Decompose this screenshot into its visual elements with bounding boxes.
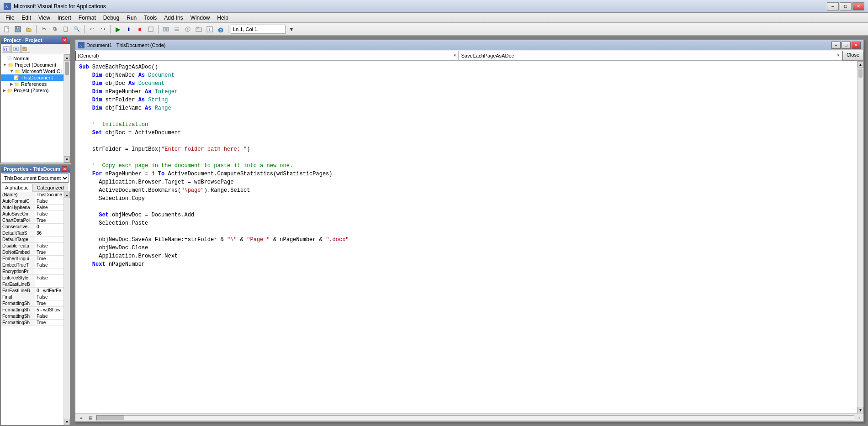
editor-minimize-button[interactable]: – — [831, 42, 841, 49]
toolbox-button[interactable] — [194, 24, 204, 34]
editor-nav-bar: (General) ▼ SaveEachPageAsADoc ▼ Close — [75, 50, 863, 61]
editor-scroll-up[interactable]: ▲ — [857, 61, 863, 68]
editor-container: A Document1 - ThisDocument (Code) – □ ✕ … — [74, 39, 864, 422]
tree-toggle-word-obj[interactable]: ▼ — [10, 69, 14, 74]
paste-button[interactable]: 📋 — [61, 24, 71, 34]
cursor-position-dropdown[interactable]: ▼ — [286, 24, 296, 34]
tree-toggle-project-zotero[interactable]: ▶ — [3, 88, 6, 93]
project-zotero-icon: 📁 — [7, 88, 12, 93]
menu-edit[interactable]: Edit — [18, 14, 35, 22]
project-panel-close[interactable]: ✕ — [62, 37, 67, 43]
copy-button[interactable]: ⧉ — [50, 24, 60, 34]
editor-bottom-bar: ≡ ▤ ⊿ — [75, 413, 863, 421]
module-view-button[interactable]: ▤ — [86, 415, 95, 421]
svg-rect-7 — [163, 27, 165, 31]
tree-toggle-project-document[interactable]: ▼ — [3, 63, 7, 67]
minimize-button[interactable]: – — [827, 2, 839, 11]
new-button[interactable] — [2, 24, 12, 34]
menu-view[interactable]: View — [35, 14, 54, 22]
tab-categorized[interactable]: Categorized — [32, 184, 68, 191]
editor-hscrollbar[interactable] — [96, 415, 854, 421]
run-button[interactable]: ▶ — [113, 24, 123, 34]
properties-button[interactable] — [172, 24, 182, 34]
word-obj-icon: 📁 — [15, 69, 20, 74]
props-row-autoformatc: AutoFormatC False — [1, 198, 64, 205]
tree-node-this-document[interactable]: 📝 ThisDocument — [1, 74, 64, 81]
project-toggle-folders[interactable] — [21, 45, 30, 53]
stop-button[interactable]: ■ — [135, 24, 145, 34]
maximize-button[interactable]: □ — [840, 2, 852, 11]
tree-toggle-references[interactable]: ▶ — [10, 82, 13, 86]
procedure-combo[interactable]: SaveEachPageAsADoc ▼ — [459, 51, 842, 61]
editor-scrollbar[interactable]: ▲ ▼ — [857, 61, 863, 413]
toolbar-sep-1 — [36, 25, 37, 33]
svg-rect-8 — [166, 27, 169, 31]
tab-alphabetic[interactable]: Alphabetic — [1, 184, 32, 192]
save-button[interactable] — [13, 24, 23, 34]
tree-node-project-document[interactable]: ▼ 📁 Project (Document — [1, 62, 64, 68]
break-button[interactable]: ⏸ — [124, 24, 134, 34]
props-scrollbar[interactable]: ▲ ▼ — [64, 192, 70, 425]
project-view-code[interactable]: { } — [2, 45, 11, 53]
editor-close-button[interactable]: ✕ — [852, 42, 861, 49]
menu-tools[interactable]: Tools — [140, 14, 160, 22]
props-row-fareastlineb1: FarEastLineB — [1, 281, 64, 288]
find-button[interactable]: 🔍 — [72, 24, 82, 34]
svg-text:A: A — [5, 5, 8, 9]
editor-scroll-down[interactable]: ▼ — [857, 407, 863, 413]
tree-node-word-obj[interactable]: ▼ 📁 Microsoft Word Ol — [1, 68, 64, 74]
scroll-thumb[interactable] — [65, 62, 69, 75]
props-row-fareastlineb2: FarEastLineB 0 - wdFarEa — [1, 288, 64, 294]
properties-object-select[interactable]: ThisDocument Document — [2, 174, 69, 183]
open-button[interactable] — [24, 24, 34, 34]
cut-button[interactable]: ✂ — [39, 24, 49, 34]
insert-userform-button[interactable]: ↓ — [205, 24, 215, 34]
object-combo[interactable]: (General) ▼ — [75, 51, 459, 61]
editor-scroll-thumb[interactable] — [858, 68, 863, 78]
editor-hscroll-thumb[interactable] — [97, 415, 124, 420]
props-row-formattingsh4: FormattingSh True — [1, 320, 64, 326]
object-browser-button[interactable]: ? — [183, 24, 193, 34]
undo-button[interactable]: ↩ — [87, 24, 97, 34]
tree-node-references[interactable]: ▶ 📁 References — [1, 81, 64, 87]
props-row-embedlingui: EmbedLingui True — [1, 256, 64, 262]
menu-help[interactable]: Help — [213, 14, 232, 22]
editor-titlebar: A Document1 - ThisDocument (Code) – □ ✕ — [75, 40, 863, 50]
project-view-object[interactable] — [11, 45, 21, 53]
props-row-donotembed: DoNotEmbed True — [1, 249, 64, 256]
word-help-button[interactable]: ? — [216, 24, 226, 34]
menu-run[interactable]: Run — [123, 14, 140, 22]
props-scroll-down[interactable]: ▼ — [64, 419, 70, 425]
title-bar: A Microsoft Visual Basic for Application… — [0, 0, 868, 13]
normal-view-button[interactable]: ≡ — [77, 415, 85, 421]
scroll-up-arrow[interactable]: ▲ — [64, 54, 70, 61]
menu-file[interactable]: File — [2, 14, 18, 22]
close-button[interactable]: ✕ — [852, 2, 864, 11]
design-mode-button[interactable]: T — [146, 24, 156, 34]
project-explorer-button[interactable] — [161, 24, 171, 34]
project-panel-title: Project - Project — [4, 37, 42, 43]
code-editor[interactable]: Sub SaveEachPageAsADoc() Dim objNewDoc A… — [75, 61, 857, 413]
scroll-down-arrow[interactable]: ▼ — [64, 156, 70, 163]
menu-addins[interactable]: Add-Ins — [160, 14, 186, 22]
redo-button[interactable]: ↪ — [98, 24, 108, 34]
editor-close-nav-button[interactable]: Close — [842, 51, 863, 61]
menu-window[interactable]: Window — [187, 14, 214, 22]
menu-format[interactable]: Format — [75, 14, 100, 22]
menu-debug[interactable]: Debug — [100, 14, 123, 22]
tree-node-normal[interactable]: 📄 Normal — [1, 55, 64, 62]
code-area: Sub SaveEachPageAsADoc() Dim objNewDoc A… — [75, 61, 863, 413]
project-scrollbar[interactable]: ▲ ▼ — [64, 54, 70, 163]
references-icon: 📁 — [14, 82, 20, 87]
app-title: Microsoft Visual Basic for Applications — [14, 3, 827, 10]
resize-grip[interactable]: ⊿ — [856, 415, 862, 421]
tree-node-project-zotero[interactable]: ▶ 📁 Project (Zotero) — [1, 87, 64, 94]
editor-titlebar-left: A Document1 - ThisDocument (Code) — [78, 42, 165, 48]
properties-close[interactable]: ✕ — [62, 166, 67, 172]
svg-rect-15 — [197, 27, 198, 28]
props-scroll-up[interactable]: ▲ — [64, 192, 70, 198]
props-row-formattingsh2: FormattingSh 5 - wdShow — [1, 307, 64, 313]
props-row-chartdatapoi: ChartDataPoi True — [1, 217, 64, 224]
menu-insert[interactable]: Insert — [54, 14, 75, 22]
editor-maximize-button[interactable]: □ — [842, 42, 851, 49]
